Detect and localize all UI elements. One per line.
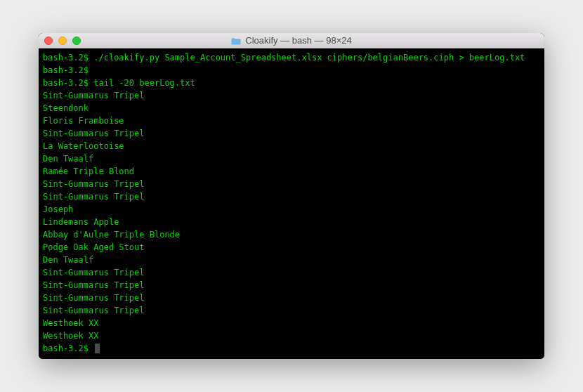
folder-icon: [231, 37, 241, 44]
output-text: Sint-Gummarus Tripel: [43, 293, 145, 303]
terminal-body[interactable]: bash-3.2$ ./cloakify.py Sample_Account_S…: [39, 48, 544, 359]
output-text: Podge Oak Aged Stout: [43, 242, 145, 252]
terminal-line: Steendonk: [43, 102, 540, 115]
window-title-text: Cloakify — bash — 98×24: [245, 35, 351, 46]
terminal-line: Floris Framboise: [43, 115, 540, 127]
terminal-line: bash-3.2$ ./cloakify.py Sample_Account_S…: [43, 51, 540, 64]
traffic-lights: [44, 37, 81, 45]
prompt: bash-3.2$: [43, 53, 93, 63]
terminal-line: Sint-Gummarus Tripel: [43, 304, 540, 317]
command-text: ./cloakify.py Sample_Account_Spreadsheet…: [93, 53, 525, 63]
terminal-line: Sint-Gummarus Tripel: [43, 190, 540, 203]
terminal-line: Lindemans Apple: [43, 216, 540, 228]
output-text: Sint-Gummarus Tripel: [43, 192, 145, 202]
terminal-line: Sint-Gummarus Tripel: [43, 266, 540, 279]
terminal-line: Sint-Gummarus Tripel: [43, 89, 540, 102]
terminal-line: Den Twaalf: [43, 254, 540, 266]
output-text: Steendonk: [43, 103, 89, 113]
output-text: La Waterlootoise: [43, 141, 124, 151]
command-text: tail -20 beerLog.txt: [93, 78, 195, 88]
terminal-line: Podge Oak Aged Stout: [43, 241, 540, 254]
output-text: Sint-Gummarus Tripel: [43, 280, 145, 290]
close-icon[interactable]: [44, 37, 53, 45]
terminal-line: Sint-Gummarus Tripel: [43, 178, 540, 190]
output-text: Den Twaalf: [43, 255, 93, 265]
terminal-line: bash-3.2$ tail -20 beerLog.txt: [43, 77, 540, 89]
output-text: Floris Framboise: [43, 116, 124, 126]
terminal-line: Westhoek XX: [43, 317, 540, 329]
titlebar[interactable]: Cloakify — bash — 98×24: [39, 33, 544, 48]
output-text: Westhoek XX: [43, 318, 98, 328]
output-text: Sint-Gummarus Tripel: [43, 179, 145, 189]
terminal-line: bash-3.2$: [43, 64, 540, 77]
window-title: Cloakify — bash — 98×24: [39, 35, 544, 46]
output-text: Sint-Gummarus Tripel: [43, 129, 145, 138]
prompt: bash-3.2$: [43, 65, 93, 75]
output-text: Sint-Gummarus Tripel: [43, 306, 145, 315]
output-text: Lindemans Apple: [43, 217, 119, 227]
terminal-line: Abbay d'Aulne Triple Blonde: [43, 228, 540, 241]
terminal-line: Sint-Gummarus Tripel: [43, 279, 540, 292]
terminal-line: Sint-Gummarus Tripel: [43, 127, 540, 140]
output-text: Sint-Gummarus Tripel: [43, 268, 145, 277]
cursor: [95, 344, 100, 353]
prompt: bash-3.2$: [43, 78, 93, 88]
output-text: Ramée Triple Blond: [43, 166, 134, 176]
terminal-line: Westhoek XX: [43, 329, 540, 342]
terminal-line: Den Twaalf: [43, 152, 540, 165]
terminal-line: Ramée Triple Blond: [43, 165, 540, 178]
prompt: bash-3.2$: [43, 344, 93, 353]
terminal-window: Cloakify — bash — 98×24 bash-3.2$ ./cloa…: [39, 33, 544, 359]
output-text: Abbay d'Aulne Triple Blonde: [43, 230, 180, 240]
terminal-line: bash-3.2$: [43, 342, 540, 355]
output-text: Sint-Gummarus Tripel: [43, 91, 145, 100]
terminal-line: La Waterlootoise: [43, 140, 540, 152]
output-text: Den Twaalf: [43, 154, 93, 164]
terminal-line: Sint-Gummarus Tripel: [43, 292, 540, 304]
minimize-icon[interactable]: [58, 37, 67, 45]
output-text: Joseph: [43, 204, 73, 214]
output-text: Westhoek XX: [43, 331, 98, 341]
terminal-line: Joseph: [43, 203, 540, 216]
maximize-icon[interactable]: [72, 37, 81, 45]
